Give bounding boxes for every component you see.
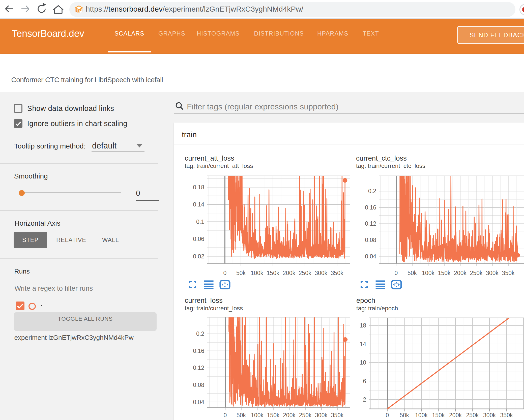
svg-text:100k: 100k bbox=[251, 412, 264, 418]
svg-text:350k: 350k bbox=[502, 270, 515, 276]
svg-text:18: 18 bbox=[360, 322, 366, 329]
svg-text:350k: 350k bbox=[500, 412, 513, 418]
svg-text:50k: 50k bbox=[407, 270, 417, 276]
svg-text:0: 0 bbox=[224, 412, 227, 418]
svg-text:0.04: 0.04 bbox=[365, 253, 376, 260]
svg-text:0.18: 0.18 bbox=[193, 184, 204, 191]
svg-text:300k: 300k bbox=[315, 412, 328, 418]
svg-text:150k: 150k bbox=[267, 412, 280, 418]
svg-text:0.16: 0.16 bbox=[193, 348, 204, 354]
svg-text:0.04: 0.04 bbox=[193, 399, 204, 405]
svg-text:0.16: 0.16 bbox=[365, 204, 376, 211]
svg-text:150k: 150k bbox=[432, 412, 445, 418]
svg-text:250k: 250k bbox=[299, 412, 312, 418]
svg-text:250k: 250k bbox=[470, 270, 483, 276]
svg-text:0.08: 0.08 bbox=[365, 237, 376, 243]
svg-text:50k: 50k bbox=[236, 270, 246, 276]
svg-text:100k: 100k bbox=[422, 270, 434, 276]
svg-text:200k: 200k bbox=[283, 412, 296, 418]
svg-text:150k: 150k bbox=[438, 270, 451, 276]
svg-text:0.08: 0.08 bbox=[193, 382, 204, 388]
svg-text:150k: 150k bbox=[267, 270, 279, 276]
svg-text:300k: 300k bbox=[315, 270, 327, 276]
svg-text:0.2: 0.2 bbox=[196, 331, 204, 337]
svg-text:300k: 300k bbox=[486, 270, 499, 276]
svg-text:350k: 350k bbox=[331, 270, 343, 276]
svg-text:200k: 200k bbox=[283, 270, 295, 276]
svg-text:250k: 250k bbox=[299, 270, 311, 276]
svg-text:14: 14 bbox=[360, 341, 366, 347]
svg-text:0.2: 0.2 bbox=[368, 188, 376, 194]
svg-text:200k: 200k bbox=[454, 270, 467, 276]
svg-text:0: 0 bbox=[223, 270, 227, 276]
svg-text:0: 0 bbox=[386, 412, 389, 418]
svg-text:0.12: 0.12 bbox=[193, 365, 204, 371]
svg-text:0: 0 bbox=[395, 270, 398, 276]
svg-text:250k: 250k bbox=[466, 412, 479, 418]
svg-text:0.02: 0.02 bbox=[193, 253, 204, 260]
svg-text:0.14: 0.14 bbox=[193, 201, 204, 208]
svg-text:50k: 50k bbox=[400, 412, 409, 418]
svg-text:0.12: 0.12 bbox=[365, 220, 376, 227]
svg-text:100k: 100k bbox=[415, 412, 428, 418]
svg-text:10: 10 bbox=[360, 359, 366, 366]
svg-text:6: 6 bbox=[363, 378, 366, 384]
svg-text:350k: 350k bbox=[331, 412, 344, 418]
svg-text:2: 2 bbox=[363, 396, 366, 403]
svg-text:0.06: 0.06 bbox=[193, 236, 204, 242]
svg-text:100k: 100k bbox=[251, 270, 263, 276]
svg-text:50k: 50k bbox=[237, 412, 246, 418]
svg-text:300k: 300k bbox=[483, 412, 496, 418]
svg-text:200k: 200k bbox=[449, 412, 462, 418]
svg-text:0.1: 0.1 bbox=[196, 219, 204, 225]
